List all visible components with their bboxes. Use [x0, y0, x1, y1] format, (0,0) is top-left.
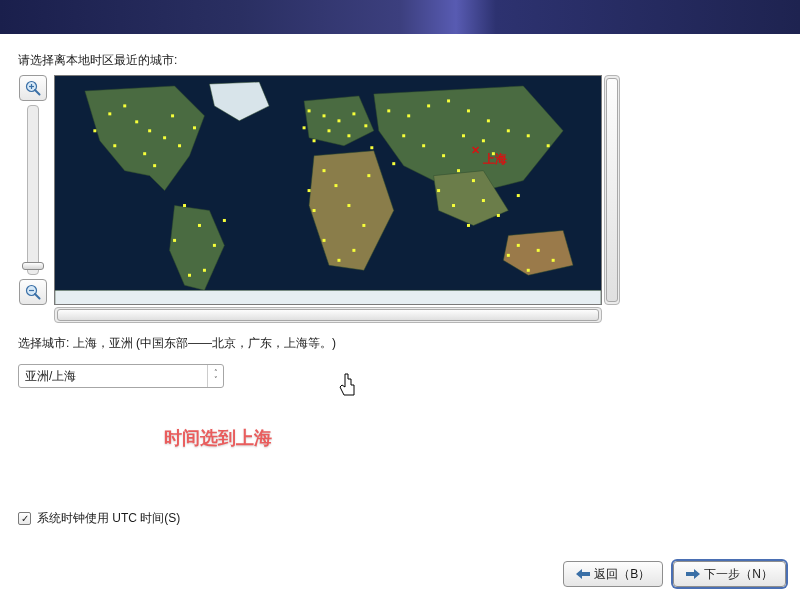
svg-rect-44: [313, 209, 316, 212]
svg-rect-21: [183, 204, 186, 207]
svg-rect-54: [527, 134, 530, 137]
svg-rect-51: [467, 109, 470, 112]
svg-rect-72: [482, 139, 485, 142]
next-button[interactable]: 下一步（N）: [673, 561, 786, 587]
chevron-down-icon: ˅: [214, 376, 218, 383]
zoom-out-button[interactable]: [19, 279, 47, 305]
svg-rect-8: [55, 290, 601, 305]
svg-rect-33: [347, 134, 350, 137]
svg-rect-62: [437, 189, 440, 192]
svg-text:上海: 上海: [482, 152, 507, 166]
svg-rect-29: [323, 114, 326, 117]
svg-rect-30: [337, 119, 340, 122]
svg-rect-15: [171, 114, 174, 117]
svg-rect-49: [427, 104, 430, 107]
arrow-right-icon: [686, 569, 700, 579]
svg-rect-41: [352, 249, 355, 252]
svg-rect-14: [178, 144, 181, 147]
map-row: ✕ 上海: [18, 75, 782, 305]
svg-rect-42: [337, 259, 340, 262]
svg-rect-43: [323, 239, 326, 242]
chevron-up-icon: ˄: [214, 369, 218, 376]
svg-rect-74: [462, 134, 465, 137]
arrow-left-icon: [576, 569, 590, 579]
main-content: 请选择离本地时区最近的城市:: [18, 52, 782, 388]
zoom-in-button[interactable]: [19, 75, 47, 101]
zoom-slider-thumb[interactable]: [22, 262, 44, 270]
svg-rect-24: [203, 269, 206, 272]
svg-rect-38: [334, 184, 337, 187]
svg-rect-22: [198, 224, 201, 227]
svg-rect-70: [527, 269, 530, 272]
checkmark-icon: ✓: [21, 513, 29, 524]
svg-rect-53: [507, 129, 510, 132]
combobox-spinner[interactable]: ˄ ˅: [207, 365, 223, 387]
svg-rect-48: [407, 114, 410, 117]
map-vertical-scrollbar[interactable]: [604, 75, 620, 305]
annotation-label: 时间选到上海: [164, 426, 272, 450]
back-button[interactable]: 返回（B）: [563, 561, 663, 587]
svg-rect-19: [93, 129, 96, 132]
svg-rect-61: [472, 179, 475, 182]
svg-rect-71: [507, 254, 510, 257]
svg-rect-40: [362, 224, 365, 227]
svg-rect-26: [173, 239, 176, 242]
svg-rect-69: [552, 259, 555, 262]
svg-rect-64: [482, 199, 485, 202]
svg-rect-65: [497, 214, 500, 217]
world-map-svg: ✕ 上海: [55, 76, 601, 305]
svg-rect-55: [547, 144, 550, 147]
svg-rect-28: [308, 109, 311, 112]
svg-rect-52: [487, 119, 490, 122]
svg-rect-47: [387, 109, 390, 112]
footer-nav: 返回（B） 下一步（N）: [563, 561, 786, 587]
zoom-out-icon: [25, 284, 41, 300]
svg-rect-32: [364, 124, 367, 127]
svg-rect-60: [457, 169, 460, 172]
svg-rect-75: [370, 146, 373, 149]
svg-rect-25: [188, 274, 191, 277]
next-button-label: 下一步（N）: [704, 566, 773, 583]
svg-rect-34: [327, 129, 330, 132]
timezone-prompt: 请选择离本地时区最近的城市:: [18, 52, 782, 69]
utc-time-row: ✓ 系统时钟使用 UTC 时间(S): [18, 510, 180, 527]
svg-rect-20: [113, 144, 116, 147]
svg-line-1: [35, 90, 40, 95]
installer-header: [0, 0, 800, 34]
zoom-in-icon: [25, 80, 41, 96]
svg-rect-11: [135, 120, 138, 123]
svg-rect-57: [402, 134, 405, 137]
svg-rect-13: [163, 136, 166, 139]
utc-checkbox-label: 系统时钟使用 UTC 时间(S): [37, 510, 180, 527]
timezone-value: 亚洲/上海: [19, 368, 207, 385]
svg-rect-36: [303, 126, 306, 129]
svg-rect-59: [442, 154, 445, 157]
timezone-combobox[interactable]: 亚洲/上海 ˄ ˅: [18, 364, 224, 388]
svg-rect-12: [148, 129, 151, 132]
svg-line-5: [35, 294, 40, 299]
svg-rect-76: [392, 162, 395, 165]
svg-rect-45: [308, 189, 311, 192]
timezone-map[interactable]: ✕ 上海: [54, 75, 602, 305]
svg-rect-56: [517, 194, 520, 197]
selected-city-text: 上海，亚洲 (中国东部——北京，广东，上海等。): [73, 336, 336, 350]
svg-rect-37: [323, 169, 326, 172]
svg-rect-10: [123, 104, 126, 107]
zoom-column: [18, 75, 48, 305]
back-button-label: 返回（B）: [594, 566, 650, 583]
svg-rect-31: [352, 112, 355, 115]
svg-rect-17: [153, 164, 156, 167]
svg-rect-16: [193, 126, 196, 129]
svg-rect-67: [517, 244, 520, 247]
svg-rect-9: [108, 112, 111, 115]
svg-text:✕: ✕: [471, 144, 480, 156]
map-horizontal-scrollbar[interactable]: [54, 307, 602, 323]
svg-rect-63: [452, 204, 455, 207]
selected-city-info: 选择城市: 上海，亚洲 (中国东部——北京，广东，上海等。): [18, 335, 782, 352]
utc-checkbox[interactable]: ✓: [18, 512, 31, 525]
svg-rect-66: [467, 224, 470, 227]
zoom-slider[interactable]: [27, 105, 39, 275]
svg-rect-46: [367, 174, 370, 177]
svg-rect-18: [143, 152, 146, 155]
svg-rect-39: [347, 204, 350, 207]
